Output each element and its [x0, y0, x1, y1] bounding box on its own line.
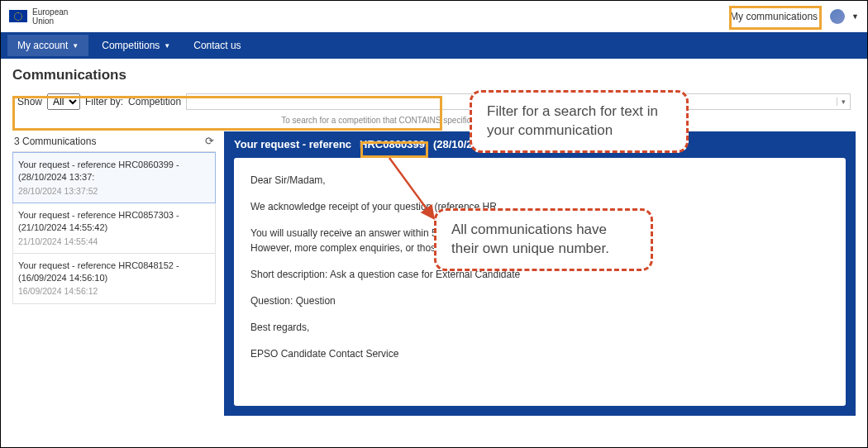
- nav-bar: My account ▼ Competitions ▼ Contact us: [1, 32, 867, 59]
- top-bar: European Union My communications ▼: [1, 1, 867, 32]
- user-menu-caret-icon[interactable]: ▼: [851, 12, 859, 21]
- caret-down-icon: ▼: [72, 42, 79, 50]
- main-area: 3 Communications ⟳ Your request - refere…: [1, 131, 867, 427]
- show-label: Show: [17, 96, 42, 107]
- list-count: 3 Communications: [14, 136, 96, 147]
- eu-flag-icon: [9, 10, 27, 22]
- page-title: Communications: [1, 59, 867, 90]
- nav-my-account[interactable]: My account ▼: [7, 35, 88, 56]
- nav-contact-us[interactable]: Contact us: [184, 35, 250, 56]
- detail-header-prefix: Your request - referenc: [234, 138, 351, 150]
- list-item-timestamp: 16/09/2024 14:56:12: [18, 285, 210, 297]
- body-question: Question: Question: [250, 293, 829, 308]
- list-header: 3 Communications ⟳: [12, 131, 216, 152]
- filter-hint: To search for a competition that CONTAIN…: [12, 116, 856, 125]
- filter-field-label: Competition: [128, 96, 181, 107]
- my-communications-link[interactable]: My communications: [724, 7, 823, 26]
- body-greeting: Dear Sir/Madam,: [250, 173, 829, 188]
- list-item-timestamp: 21/10/2024 14:55:44: [18, 236, 210, 247]
- org-name: European Union: [32, 7, 68, 26]
- list-item[interactable]: Your request - reference HRC0860399 - (2…: [12, 152, 216, 203]
- list-item-title: Your request - reference HRC0848152 - (1…: [18, 260, 210, 284]
- show-select[interactable]: All: [47, 93, 80, 110]
- annotation-callout-unique-number: All communications have their own unique…: [434, 208, 653, 271]
- list-item-timestamp: 28/10/2024 13:37:52: [18, 185, 210, 197]
- nav-contact-label: Contact us: [193, 40, 241, 51]
- body-signature: EPSO Candidate Contact Service: [250, 346, 829, 361]
- annotation-callout-filter: Filter for a search for text in your com…: [470, 90, 689, 153]
- nav-competitions-label: Competitions: [102, 40, 160, 51]
- list-item-title: Your request - reference HRC0857303 - (2…: [18, 209, 210, 234]
- org-line2: Union: [32, 17, 68, 26]
- refresh-icon[interactable]: ⟳: [205, 135, 214, 147]
- list-item[interactable]: Your request - reference HRC0848152 - (1…: [12, 254, 216, 304]
- nav-my-account-label: My account: [17, 40, 68, 51]
- detail-header-reference: HRC0860399: [355, 137, 430, 151]
- logo-block: European Union: [9, 7, 68, 26]
- top-right: My communications ▼: [724, 7, 859, 26]
- communications-list-panel: 3 Communications ⟳ Your request - refere…: [12, 131, 216, 416]
- competition-dropdown-button[interactable]: ▾: [837, 98, 850, 106]
- caret-down-icon: ▼: [164, 42, 170, 50]
- detail-panel: Your request - referenc HRC0860399 (28/1…: [224, 131, 856, 416]
- user-avatar[interactable]: [830, 9, 845, 24]
- body-regards: Best regards,: [250, 320, 829, 335]
- filter-row: Show All Filter by: Competition ▾: [12, 90, 856, 113]
- list-item[interactable]: Your request - reference HRC0857303 - (2…: [12, 203, 216, 254]
- org-line1: European: [32, 7, 68, 17]
- list-item-title: Your request - reference HRC0860399 - (2…: [18, 159, 210, 183]
- filter-by-label: Filter by:: [85, 96, 123, 107]
- nav-competitions[interactable]: Competitions ▼: [92, 35, 180, 56]
- detail-body: Dear Sir/Madam, We acknowledge receipt o…: [234, 158, 846, 406]
